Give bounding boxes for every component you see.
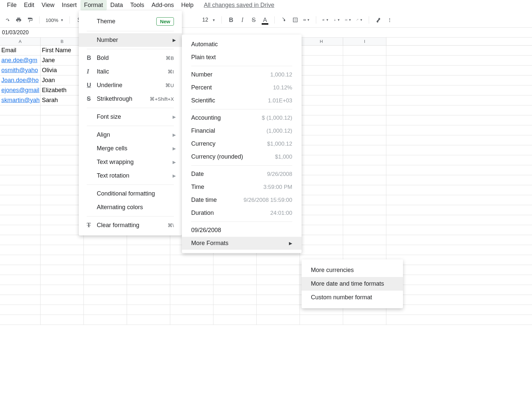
menu-text-rotation[interactable]: Text rotation ▶ [79, 169, 182, 183]
menu-number[interactable]: Number ▶ [79, 33, 182, 47]
cell[interactable] [300, 125, 343, 135]
menu-align[interactable]: Align ▶ [79, 128, 182, 142]
cell[interactable]: Joan [41, 75, 84, 85]
cell[interactable] [300, 135, 343, 145]
cell[interactable] [343, 56, 386, 65]
menu-data[interactable]: Data [107, 0, 127, 10]
cell[interactable] [127, 295, 170, 305]
number-accounting[interactable]: Accounting$ (1,000.12) [182, 111, 302, 124]
menu-theme[interactable]: Theme New [79, 14, 182, 29]
menu-file[interactable]: File [3, 0, 20, 10]
merge-icon[interactable]: ▼ [303, 17, 310, 23]
cell[interactable] [0, 165, 41, 175]
number-datetime[interactable]: Date time9/26/2008 15:59:00 [182, 194, 302, 206]
number-automatic[interactable]: Automatic [182, 38, 302, 51]
more-currencies[interactable]: More currencies [302, 263, 403, 277]
cell[interactable] [213, 295, 257, 305]
bold-icon[interactable]: B [228, 17, 234, 23]
column-header[interactable]: A [0, 38, 41, 45]
cell[interactable] [170, 285, 213, 295]
cell[interactable] [0, 305, 41, 315]
menu-edit[interactable]: Edit [20, 0, 38, 10]
cell[interactable] [41, 215, 84, 225]
cell[interactable] [257, 255, 300, 265]
cell[interactable] [0, 295, 41, 305]
cell[interactable]: Olivia [41, 66, 84, 75]
cell[interactable] [0, 225, 41, 235]
cell[interactable] [343, 195, 386, 205]
cell[interactable] [84, 315, 127, 325]
cell[interactable] [300, 105, 343, 115]
text-rotation-icon[interactable]: ▼ [356, 17, 363, 23]
number-date[interactable]: Date9/26/2008 [182, 168, 302, 181]
cell[interactable] [41, 105, 84, 115]
cell[interactable] [343, 245, 386, 255]
cell[interactable] [41, 165, 84, 175]
cell[interactable] [0, 205, 41, 215]
cell[interactable] [41, 195, 84, 205]
cell[interactable] [41, 235, 84, 245]
cell[interactable]: ejones@gmail [0, 85, 41, 95]
cell[interactable] [170, 305, 213, 315]
cell[interactable] [257, 285, 300, 295]
cell[interactable] [343, 46, 386, 55]
column-header[interactable]: B [41, 38, 84, 45]
cell[interactable] [300, 195, 343, 205]
menu-tools[interactable]: Tools [127, 0, 148, 10]
cell[interactable]: Elizabeth [41, 85, 84, 95]
menu-alternating-colors[interactable]: Alternating colors [79, 201, 182, 214]
cell[interactable] [170, 275, 213, 285]
cell[interactable] [300, 205, 343, 215]
cell[interactable] [0, 235, 41, 245]
paint-format-icon[interactable] [27, 17, 33, 23]
strikethrough-icon[interactable]: S [250, 17, 257, 23]
cell[interactable] [0, 195, 41, 205]
cell[interactable] [127, 265, 170, 275]
cell[interactable]: ane.doe@gm [0, 56, 41, 65]
cell[interactable] [343, 165, 386, 175]
menu-text-wrapping[interactable]: Text wrapping ▶ [79, 155, 182, 169]
cell[interactable]: Email [0, 46, 41, 55]
cell[interactable] [41, 145, 84, 155]
menu-italic[interactable]: I Italic ⌘I [79, 65, 182, 78]
cell[interactable] [213, 265, 257, 275]
cell[interactable] [0, 265, 41, 275]
text-wrap-icon[interactable]: ▼ [345, 17, 351, 23]
cell[interactable] [170, 315, 213, 325]
cell[interactable] [213, 255, 257, 265]
number-plain-text[interactable]: Plain text [182, 51, 302, 64]
menu-bold[interactable]: B Bold ⌘B [79, 51, 182, 65]
number-time[interactable]: Time3:59:00 PM [182, 181, 302, 194]
cell[interactable] [0, 285, 41, 295]
cell[interactable] [343, 155, 386, 165]
cell[interactable] [343, 125, 386, 135]
menu-conditional-formatting[interactable]: Conditional formatting [79, 187, 182, 201]
cell[interactable] [41, 155, 84, 165]
number-custom-date-sample[interactable]: 09/26/2008 [182, 224, 302, 237]
cell[interactable] [343, 95, 386, 105]
cell[interactable] [343, 115, 386, 125]
cell[interactable] [127, 255, 170, 265]
cell[interactable] [343, 145, 386, 155]
cell[interactable] [0, 255, 41, 265]
cell[interactable] [343, 315, 386, 325]
cell[interactable] [300, 75, 343, 85]
cell[interactable] [300, 145, 343, 155]
h-align-icon[interactable]: ▼ [322, 17, 329, 23]
cell[interactable] [213, 275, 257, 285]
cell[interactable] [343, 215, 386, 225]
redo-icon[interactable] [4, 17, 11, 23]
italic-icon[interactable]: I [239, 17, 246, 23]
cell[interactable] [300, 165, 343, 175]
cell[interactable]: osmith@yaho [0, 66, 41, 75]
cell[interactable] [300, 175, 343, 185]
number-duration[interactable]: Duration24:01:00 [182, 206, 302, 219]
cell[interactable] [41, 115, 84, 125]
text-color-icon[interactable]: A [262, 17, 268, 23]
cell[interactable] [41, 295, 84, 305]
link-icon[interactable] [375, 17, 382, 23]
cell[interactable] [84, 285, 127, 295]
cell[interactable] [41, 315, 84, 325]
number-currency[interactable]: Currency$1,000.12 [182, 137, 302, 150]
cell[interactable] [0, 215, 41, 225]
